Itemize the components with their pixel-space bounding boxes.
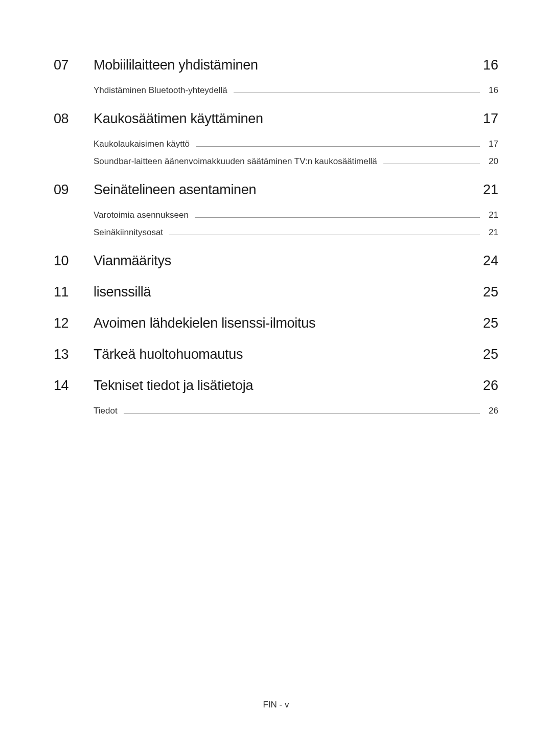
section-title: Kaukosäätimen käyttäminen [94, 111, 465, 127]
toc-section-09: 09 Seinätelineen asentaminen 21 Varotoim… [54, 182, 498, 238]
section-header: 12 Avoimen lähdekielen lisenssi-ilmoitus… [54, 315, 498, 331]
leader-line [169, 235, 480, 235]
section-page: 21 [483, 182, 498, 198]
section-number: 11 [54, 284, 75, 300]
section-header: 11 lisenssillä 25 [54, 284, 498, 300]
subsection-page: 26 [486, 406, 498, 416]
toc-section-07: 07 Mobiililaitteen yhdistäminen 16 Yhdis… [54, 57, 498, 96]
section-number: 07 [54, 57, 75, 73]
toc-content: 07 Mobiililaitteen yhdistäminen 16 Yhdis… [0, 0, 552, 416]
toc-section-10: 10 Vianmääritys 24 [54, 253, 498, 269]
section-number: 14 [54, 378, 75, 394]
section-number: 12 [54, 315, 75, 331]
section-page: 17 [483, 111, 498, 127]
section-number: 08 [54, 111, 75, 127]
section-title: Tärkeä huoltohuomautus [94, 347, 465, 362]
section-title: Mobiililaitteen yhdistäminen [94, 57, 465, 73]
section-header: 13 Tärkeä huoltohuomautus 25 [54, 347, 498, 362]
section-header: 10 Vianmääritys 24 [54, 253, 498, 269]
section-header: 14 Tekniset tiedot ja lisätietoja 26 [54, 378, 498, 394]
subsection-title: Kaukolaukaisimen käyttö [94, 139, 190, 149]
section-number: 10 [54, 253, 75, 269]
page-footer: FIN - v [0, 700, 552, 710]
subsection-page: 20 [486, 156, 498, 167]
section-header: 09 Seinätelineen asentaminen 21 [54, 182, 498, 198]
section-page: 26 [483, 378, 498, 394]
subsection-title: Soundbar-laitteen äänenvoimakkuuden säät… [94, 156, 377, 167]
subsection-title: Varotoimia asennukseen [94, 210, 189, 220]
subsection-row: Soundbar-laitteen äänenvoimakkuuden säät… [94, 156, 498, 167]
section-page: 25 [483, 284, 498, 300]
section-title: Tekniset tiedot ja lisätietoja [94, 378, 465, 394]
subsection-row: Tiedot 26 [94, 406, 498, 416]
section-title: Seinätelineen asentaminen [94, 182, 465, 198]
subsection-title: Tiedot [94, 406, 118, 416]
subsection-page: 21 [486, 227, 498, 238]
section-page: 25 [483, 315, 498, 331]
subsection-row: Yhdistäminen Bluetooth-yhteydellä 16 [94, 85, 498, 96]
subsection-row: Kaukolaukaisimen käyttö 17 [94, 139, 498, 149]
section-header: 07 Mobiililaitteen yhdistäminen 16 [54, 57, 498, 73]
toc-section-11: 11 lisenssillä 25 [54, 284, 498, 300]
subsection-page: 17 [486, 139, 498, 149]
leader-line [195, 217, 480, 218]
toc-section-12: 12 Avoimen lähdekielen lisenssi-ilmoitus… [54, 315, 498, 331]
toc-section-08: 08 Kaukosäätimen käyttäminen 17 Kaukolau… [54, 111, 498, 167]
section-page: 25 [483, 347, 498, 362]
subsection-page: 16 [486, 85, 498, 96]
leader-line [196, 146, 480, 147]
toc-section-13: 13 Tärkeä huoltohuomautus 25 [54, 347, 498, 362]
toc-section-14: 14 Tekniset tiedot ja lisätietoja 26 Tie… [54, 378, 498, 416]
section-title: Vianmääritys [94, 253, 465, 269]
leader-line [234, 93, 480, 93]
section-title: Avoimen lähdekielen lisenssi-ilmoitus [94, 315, 465, 331]
subsection-title: Yhdistäminen Bluetooth-yhteydellä [94, 85, 227, 96]
subsection-row: Seinäkiinnitysosat 21 [94, 227, 498, 238]
subsection-row: Varotoimia asennukseen 21 [94, 210, 498, 220]
leader-line [383, 164, 480, 164]
section-page: 16 [483, 57, 498, 73]
leader-line [124, 413, 480, 414]
section-number: 09 [54, 182, 75, 198]
section-number: 13 [54, 347, 75, 362]
subsection-title: Seinäkiinnitysosat [94, 227, 163, 238]
section-title: lisenssillä [94, 284, 465, 300]
subsection-page: 21 [486, 210, 498, 220]
section-header: 08 Kaukosäätimen käyttäminen 17 [54, 111, 498, 127]
section-page: 24 [483, 253, 498, 269]
